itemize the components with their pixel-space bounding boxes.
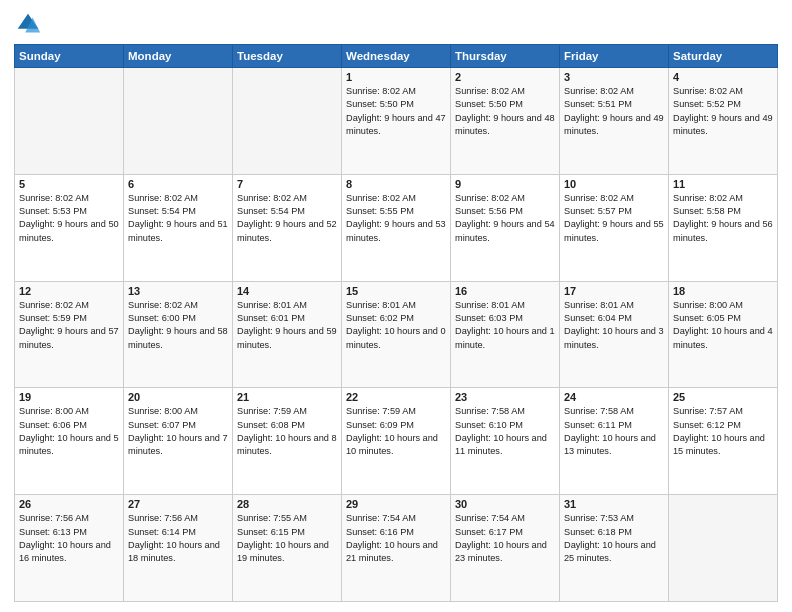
day-info: Sunrise: 8:01 AM Sunset: 6:03 PM Dayligh…	[455, 299, 555, 352]
daylight-text: Daylight: 9 hours and 57 minutes.	[19, 326, 119, 349]
weekday-header: Tuesday	[233, 45, 342, 68]
weekday-header-row: SundayMondayTuesdayWednesdayThursdayFrid…	[15, 45, 778, 68]
sunset-text: Sunset: 5:55 PM	[346, 206, 414, 216]
sunset-text: Sunset: 6:13 PM	[19, 527, 87, 537]
day-number: 8	[346, 178, 446, 190]
day-info: Sunrise: 8:02 AM Sunset: 5:50 PM Dayligh…	[346, 85, 446, 138]
calendar-cell: 18 Sunrise: 8:00 AM Sunset: 6:05 PM Dayl…	[669, 281, 778, 388]
day-number: 7	[237, 178, 337, 190]
day-number: 5	[19, 178, 119, 190]
daylight-text: Daylight: 9 hours and 49 minutes.	[673, 113, 773, 136]
daylight-text: Daylight: 9 hours and 56 minutes.	[673, 219, 773, 242]
day-number: 3	[564, 71, 664, 83]
sunset-text: Sunset: 5:52 PM	[673, 99, 741, 109]
daylight-text: Daylight: 10 hours and 15 minutes.	[673, 433, 765, 456]
sunrise-text: Sunrise: 7:54 AM	[455, 513, 525, 523]
day-info: Sunrise: 8:02 AM Sunset: 5:50 PM Dayligh…	[455, 85, 555, 138]
day-number: 28	[237, 498, 337, 510]
sunrise-text: Sunrise: 7:54 AM	[346, 513, 416, 523]
daylight-text: Daylight: 10 hours and 0 minutes.	[346, 326, 446, 349]
daylight-text: Daylight: 10 hours and 16 minutes.	[19, 540, 111, 563]
day-number: 13	[128, 285, 228, 297]
calendar-cell	[15, 68, 124, 175]
daylight-text: Daylight: 9 hours and 47 minutes.	[346, 113, 446, 136]
day-number: 2	[455, 71, 555, 83]
sunset-text: Sunset: 6:15 PM	[237, 527, 305, 537]
calendar-cell: 26 Sunrise: 7:56 AM Sunset: 6:13 PM Dayl…	[15, 495, 124, 602]
sunset-text: Sunset: 6:10 PM	[455, 420, 523, 430]
sunset-text: Sunset: 5:53 PM	[19, 206, 87, 216]
calendar-cell: 15 Sunrise: 8:01 AM Sunset: 6:02 PM Dayl…	[342, 281, 451, 388]
weekday-header: Saturday	[669, 45, 778, 68]
daylight-text: Daylight: 10 hours and 8 minutes.	[237, 433, 337, 456]
calendar-cell: 27 Sunrise: 7:56 AM Sunset: 6:14 PM Dayl…	[124, 495, 233, 602]
day-number: 31	[564, 498, 664, 510]
calendar-cell: 25 Sunrise: 7:57 AM Sunset: 6:12 PM Dayl…	[669, 388, 778, 495]
day-info: Sunrise: 8:02 AM Sunset: 5:53 PM Dayligh…	[19, 192, 119, 245]
sunrise-text: Sunrise: 8:02 AM	[455, 193, 525, 203]
calendar-cell: 8 Sunrise: 8:02 AM Sunset: 5:55 PM Dayli…	[342, 174, 451, 281]
calendar-cell: 30 Sunrise: 7:54 AM Sunset: 6:17 PM Dayl…	[451, 495, 560, 602]
day-number: 17	[564, 285, 664, 297]
calendar-cell: 13 Sunrise: 8:02 AM Sunset: 6:00 PM Dayl…	[124, 281, 233, 388]
day-info: Sunrise: 8:02 AM Sunset: 5:51 PM Dayligh…	[564, 85, 664, 138]
daylight-text: Daylight: 10 hours and 25 minutes.	[564, 540, 656, 563]
calendar-cell: 6 Sunrise: 8:02 AM Sunset: 5:54 PM Dayli…	[124, 174, 233, 281]
calendar-week-row: 19 Sunrise: 8:00 AM Sunset: 6:06 PM Dayl…	[15, 388, 778, 495]
calendar-cell: 1 Sunrise: 8:02 AM Sunset: 5:50 PM Dayli…	[342, 68, 451, 175]
calendar-cell: 12 Sunrise: 8:02 AM Sunset: 5:59 PM Dayl…	[15, 281, 124, 388]
sunrise-text: Sunrise: 7:57 AM	[673, 406, 743, 416]
sunrise-text: Sunrise: 8:02 AM	[346, 86, 416, 96]
daylight-text: Daylight: 9 hours and 48 minutes.	[455, 113, 555, 136]
sunrise-text: Sunrise: 8:02 AM	[19, 193, 89, 203]
sunset-text: Sunset: 6:03 PM	[455, 313, 523, 323]
daylight-text: Daylight: 9 hours and 51 minutes.	[128, 219, 228, 242]
day-info: Sunrise: 7:58 AM Sunset: 6:10 PM Dayligh…	[455, 405, 555, 458]
sunrise-text: Sunrise: 8:00 AM	[673, 300, 743, 310]
day-number: 14	[237, 285, 337, 297]
daylight-text: Daylight: 9 hours and 59 minutes.	[237, 326, 337, 349]
day-number: 23	[455, 391, 555, 403]
sunrise-text: Sunrise: 8:02 AM	[673, 86, 743, 96]
sunset-text: Sunset: 5:50 PM	[346, 99, 414, 109]
day-number: 25	[673, 391, 773, 403]
calendar-week-row: 1 Sunrise: 8:02 AM Sunset: 5:50 PM Dayli…	[15, 68, 778, 175]
sunrise-text: Sunrise: 7:55 AM	[237, 513, 307, 523]
day-number: 26	[19, 498, 119, 510]
day-number: 9	[455, 178, 555, 190]
sunset-text: Sunset: 6:17 PM	[455, 527, 523, 537]
day-number: 21	[237, 391, 337, 403]
daylight-text: Daylight: 9 hours and 52 minutes.	[237, 219, 337, 242]
sunrise-text: Sunrise: 8:02 AM	[19, 300, 89, 310]
day-number: 4	[673, 71, 773, 83]
calendar-cell: 3 Sunrise: 8:02 AM Sunset: 5:51 PM Dayli…	[560, 68, 669, 175]
sunset-text: Sunset: 5:54 PM	[128, 206, 196, 216]
sunset-text: Sunset: 6:04 PM	[564, 313, 632, 323]
calendar-cell: 2 Sunrise: 8:02 AM Sunset: 5:50 PM Dayli…	[451, 68, 560, 175]
sunset-text: Sunset: 6:11 PM	[564, 420, 632, 430]
day-info: Sunrise: 7:54 AM Sunset: 6:16 PM Dayligh…	[346, 512, 446, 565]
sunset-text: Sunset: 6:07 PM	[128, 420, 196, 430]
sunset-text: Sunset: 6:14 PM	[128, 527, 196, 537]
daylight-text: Daylight: 10 hours and 13 minutes.	[564, 433, 656, 456]
day-info: Sunrise: 7:53 AM Sunset: 6:18 PM Dayligh…	[564, 512, 664, 565]
day-number: 30	[455, 498, 555, 510]
sunset-text: Sunset: 6:01 PM	[237, 313, 305, 323]
sunrise-text: Sunrise: 8:00 AM	[19, 406, 89, 416]
day-info: Sunrise: 7:54 AM Sunset: 6:17 PM Dayligh…	[455, 512, 555, 565]
day-number: 12	[19, 285, 119, 297]
day-number: 20	[128, 391, 228, 403]
logo-icon	[14, 10, 42, 38]
day-info: Sunrise: 7:59 AM Sunset: 6:08 PM Dayligh…	[237, 405, 337, 458]
sunset-text: Sunset: 6:06 PM	[19, 420, 87, 430]
calendar-cell: 31 Sunrise: 7:53 AM Sunset: 6:18 PM Dayl…	[560, 495, 669, 602]
daylight-text: Daylight: 10 hours and 3 minutes.	[564, 326, 664, 349]
sunset-text: Sunset: 6:00 PM	[128, 313, 196, 323]
sunset-text: Sunset: 6:09 PM	[346, 420, 414, 430]
day-info: Sunrise: 8:02 AM Sunset: 5:54 PM Dayligh…	[128, 192, 228, 245]
calendar-cell: 7 Sunrise: 8:02 AM Sunset: 5:54 PM Dayli…	[233, 174, 342, 281]
sunrise-text: Sunrise: 8:01 AM	[237, 300, 307, 310]
daylight-text: Daylight: 9 hours and 50 minutes.	[19, 219, 119, 242]
day-info: Sunrise: 8:02 AM Sunset: 5:59 PM Dayligh…	[19, 299, 119, 352]
calendar-table: SundayMondayTuesdayWednesdayThursdayFrid…	[14, 44, 778, 602]
